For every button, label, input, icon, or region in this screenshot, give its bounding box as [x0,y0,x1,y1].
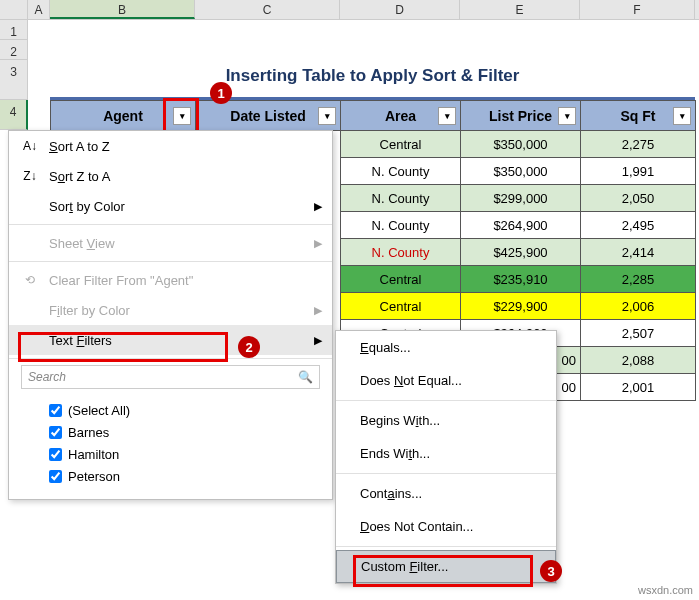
badge-3: 3 [540,560,562,582]
sort-az[interactable]: A↓Sort A to Z [9,131,332,161]
filter-by-color: Filter by Color▶ [9,295,332,325]
clear-filter-icon: ⟲ [21,273,39,287]
sort-by-color[interactable]: Sort by Color▶ [9,191,332,221]
equals[interactable]: Equals... [336,331,556,364]
header-price: List Price▾ [461,101,581,131]
col-header-e[interactable]: E [460,0,580,19]
filter-button-sqft[interactable]: ▾ [673,107,691,125]
filter-context-menu: A↓Sort A to Z Z↓Sort Z to A Sort by Colo… [8,130,333,500]
check-item[interactable]: Barnes [49,421,320,443]
row-header-2[interactable]: 2 [0,40,28,60]
not-contain[interactable]: Does Not Contain... [336,510,556,543]
row-header-col: 1 2 3 4 [0,20,28,130]
sort-za-icon: Z↓ [21,169,39,183]
text-filters-submenu: Equals... Does Not Equal... Begins With.… [335,330,557,584]
row-header-4[interactable]: 4 [0,100,28,130]
col-header-b[interactable]: B [50,0,195,19]
begins-with[interactable]: Begins With... [336,404,556,437]
callout-3 [353,555,533,587]
callout-1 [163,98,199,134]
col-header-a[interactable]: A [28,0,50,19]
chevron-right-icon: ▶ [314,334,322,347]
select-all-corner[interactable] [0,0,28,19]
filter-button-price[interactable]: ▾ [558,107,576,125]
col-header-d[interactable]: D [340,0,460,19]
header-sqft: Sq Ft▾ [581,101,696,131]
filter-button-area[interactable]: ▾ [438,107,456,125]
search-icon: 🔍 [298,370,313,384]
watermark: wsxdn.com [638,584,693,596]
ends-with[interactable]: Ends With... [336,437,556,470]
sort-az-icon: A↓ [21,139,39,153]
col-header-c[interactable]: C [195,0,340,19]
check-select-all[interactable]: (Select All) [49,399,320,421]
badge-1: 1 [210,82,232,104]
sort-za[interactable]: Z↓Sort Z to A [9,161,332,191]
filter-values-list: (Select All) Barnes Hamilton Peterson [9,395,332,499]
column-header-row: A B C D E F [0,0,699,20]
row-header-3[interactable]: 3 [0,60,28,100]
badge-2: 2 [238,336,260,358]
contains[interactable]: Contains... [336,477,556,510]
filter-button-date[interactable]: ▾ [318,107,336,125]
sheet-view: Sheet View▶ [9,228,332,258]
sheet-title: Inserting Table to Apply Sort & Filter [50,60,695,100]
filter-search-input[interactable]: Search🔍 [21,365,320,389]
header-date: Date Listed▾ [196,101,341,131]
row-header-1[interactable]: 1 [0,20,28,40]
callout-2 [18,332,228,362]
not-equal[interactable]: Does Not Equal... [336,364,556,397]
chevron-right-icon: ▶ [314,200,322,213]
col-header-f[interactable]: F [580,0,695,19]
check-item[interactable]: Peterson [49,465,320,487]
clear-filter: ⟲Clear Filter From "Agent" [9,265,332,295]
header-area: Area▾ [341,101,461,131]
check-item[interactable]: Hamilton [49,443,320,465]
